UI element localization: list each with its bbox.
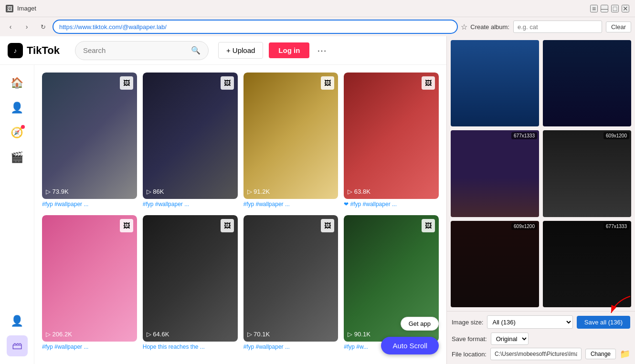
table-row[interactable]: 🖼 ▷ 86K #fyp #wallpaper ... [143, 73, 238, 209]
save-icon[interactable]: 🖼 [422, 219, 435, 232]
image-thumbnail: 677x1333 [543, 221, 631, 307]
titlebar: 🖼 Imaget ≡ — □ ✕ [0, 0, 635, 17]
video-caption: ❤ #fyp #wallpaper ... [344, 199, 439, 209]
right-panel: 3ad46c5d79844f9b874ffa3c ✎ Save f42c4ad1… [446, 36, 635, 364]
search-icon: 🔍 [191, 46, 201, 55]
view-count: ▷ 63.8K [348, 188, 370, 195]
list-item: 609x1200 loading... [451, 221, 539, 307]
file-location-row: File location: Change 📁 [452, 348, 630, 360]
video-grid: 🖼 ▷ 73.9K #fyp #wallpaper ... 🖼 ▷ 86K #f… [34, 65, 446, 364]
bookmark-icon[interactable]: ☆ [461, 22, 467, 31]
list-item: 3ad46c5d79844f9b874ffa3c ✎ Save [451, 40, 539, 126]
auto-scroll-button[interactable]: Auto Scroll [381, 337, 439, 354]
video-thumbnail: 🖼 ▷ 63.8K [344, 73, 439, 199]
tiktok-logo-icon: ♪ [8, 43, 23, 58]
maximize-button[interactable]: □ [611, 5, 619, 12]
list-item: 609x1200 9702670c9b2e490a9c91eb5 ✎ Save [543, 130, 631, 217]
sidebar-item-friends[interactable]: 👤 [7, 97, 28, 118]
view-count: ▷ 91.2K [247, 188, 270, 195]
left-sidebar: 🏠 👤 🧭 🎬 👤 🗃 [0, 65, 34, 364]
create-album-input[interactable] [513, 21, 602, 33]
save-icon[interactable]: 🖼 [120, 219, 133, 232]
image-size-label: Image size: [452, 319, 483, 326]
save-icon[interactable]: 🖼 [321, 219, 334, 232]
video-thumbnail: 🖼 ▷ 206.2K [42, 215, 137, 342]
back-button[interactable]: ‹ [4, 20, 17, 33]
video-caption: #fyp #wallpaper ... [243, 199, 339, 209]
view-count: ▷ 70.1K [247, 331, 270, 338]
login-button[interactable]: Log in [269, 42, 309, 58]
clear-button[interactable]: Clear [606, 21, 631, 32]
view-count: ▷ 64.6K [147, 331, 169, 338]
sidebar-item-home[interactable]: 🏠 [7, 73, 28, 94]
sidebar-item-live[interactable]: 🎬 [7, 147, 28, 168]
main-layout: ♪ TikTok 🔍 + Upload Log in ⋯ 🏠 👤 🧭 [0, 36, 635, 364]
bottom-controls: Image size: All (136) Save all (136) Sav… [447, 311, 635, 364]
format-select[interactable]: Original [491, 333, 529, 345]
save-icon[interactable]: 🖼 [221, 76, 234, 90]
video-caption: #fyp #wallpaper ... [42, 199, 137, 209]
browser-content: ♪ TikTok 🔍 + Upload Log in ⋯ 🏠 👤 🧭 [0, 36, 446, 364]
create-album-label: Create album: [470, 23, 509, 31]
change-button[interactable]: Change [585, 349, 616, 359]
tiktok-navbar: ♪ TikTok 🔍 + Upload Log in ⋯ [0, 36, 446, 65]
forward-button[interactable]: › [20, 20, 33, 33]
video-thumbnail: 🖼 ▷ 91.2K [243, 73, 339, 199]
video-caption: #fyp #wallpaper ... [42, 342, 137, 352]
table-row[interactable]: 🖼 ▷ 64.6K Hope this reaches the ... [143, 215, 238, 352]
image-thumbnail [451, 40, 539, 126]
app-title: Imaget [17, 5, 586, 12]
sidebar-item-explore[interactable]: 🧭 [7, 122, 28, 143]
more-options-icon[interactable]: ⋯ [317, 45, 327, 56]
folder-icon[interactable]: 📁 [620, 349, 630, 359]
view-count: ▷ 90.1K [348, 331, 370, 338]
table-row[interactable]: 🖼 ▷ 63.8K ❤ #fyp #wallpaper ... [344, 73, 439, 209]
save-icon[interactable]: 🖼 [221, 219, 234, 232]
tiktok-wordmark: TikTok [27, 44, 60, 57]
sidebar-item-album[interactable]: 🗃 [7, 335, 28, 356]
image-thumbnail: 677x1333 [451, 130, 539, 217]
table-row[interactable]: 🖼 ▷ 70.1K #fyp #wallpaper ... [243, 215, 339, 352]
save-icon[interactable]: 🖼 [422, 76, 435, 90]
view-count: ▷ 73.9K [46, 188, 69, 195]
notification-dot [21, 125, 25, 129]
image-size-badge: 677x1333 [511, 132, 537, 139]
upload-button[interactable]: + Upload [218, 42, 263, 59]
url-bar[interactable] [53, 20, 458, 34]
list-item: 677x1333 e609eef5729c45e99657e71 ✎ Save [451, 130, 539, 217]
table-row[interactable]: 🖼 ▷ 91.2K #fyp #wallpaper ... [243, 73, 339, 209]
view-count: ▷ 86K [147, 188, 164, 195]
image-thumbnail [543, 40, 631, 126]
list-item: 677x1333 loading... [543, 221, 631, 307]
image-size-badge: 609x1200 [511, 223, 537, 230]
image-size-badge: 677x1333 [603, 223, 629, 230]
table-row[interactable]: 🖼 ▷ 90.1K #fyp #w... [344, 215, 439, 352]
save-all-row: Image size: All (136) Save all (136) [452, 315, 630, 329]
refresh-button[interactable]: ↻ [36, 20, 50, 33]
image-size-badge: 609x1200 [603, 132, 629, 139]
search-bar[interactable]: 🔍 [75, 41, 209, 60]
images-grid: 3ad46c5d79844f9b874ffa3c ✎ Save f42c4ad1… [447, 36, 635, 311]
get-app-button[interactable]: Get app [401, 317, 439, 331]
browser-bar: ‹ › ↻ ☆ Create album: Clear [0, 17, 635, 36]
table-row[interactable]: 🖼 ▷ 206.2K #fyp #wallpaper ... [42, 215, 137, 352]
table-row[interactable]: 🖼 ▷ 73.9K #fyp #wallpaper ... [42, 73, 137, 209]
search-input[interactable] [83, 46, 187, 54]
minimize-button[interactable]: — [601, 5, 608, 12]
window-controls: ≡ — □ ✕ [590, 5, 629, 12]
format-row: Save format: Original [452, 333, 630, 345]
image-thumbnail: 609x1200 [451, 221, 539, 307]
list-item: f42c4ad1dc7540679a653d7 ✎ Save [543, 40, 631, 126]
save-icon[interactable]: 🖼 [321, 76, 334, 90]
image-size-select[interactable]: All (136) [487, 315, 572, 329]
image-thumbnail: 609x1200 [543, 130, 631, 217]
save-all-button[interactable]: Save all (136) [577, 316, 630, 329]
save-format-label: Save format: [452, 335, 487, 343]
video-thumbnail: 🖼 ▷ 86K [143, 73, 238, 199]
menu-button[interactable]: ≡ [590, 5, 598, 12]
file-location-input[interactable] [490, 348, 582, 360]
save-icon[interactable]: 🖼 [120, 76, 133, 90]
sidebar-item-profile[interactable]: 👤 [7, 311, 28, 332]
video-caption: #fyp #wallpaper ... [143, 199, 238, 209]
close-button[interactable]: ✕ [622, 5, 629, 12]
